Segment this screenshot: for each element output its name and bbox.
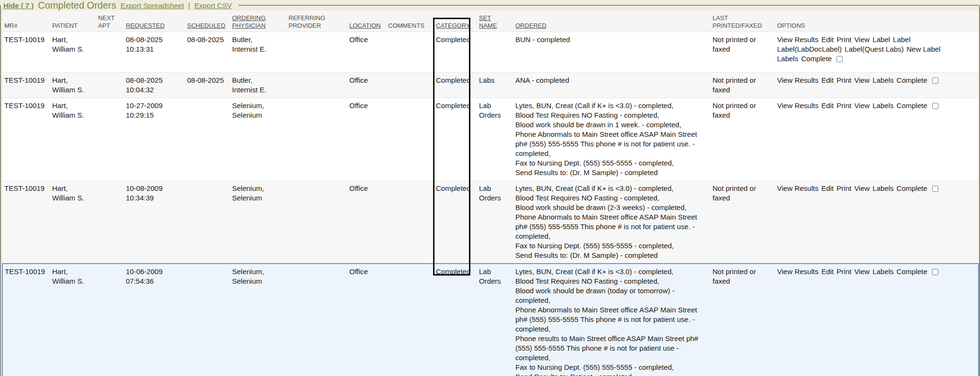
cell-last-printed-faxed: Not printed or faxed: [711, 98, 775, 181]
cell-ordered: BUN - completed: [513, 32, 711, 73]
cell-options: View ResultsEditPrintViewLabelLabelLabel…: [775, 32, 979, 73]
option-print[interactable]: Print: [836, 76, 851, 85]
page-title: Completed Orders: [38, 0, 116, 11]
cell-set-name: Labs: [477, 73, 513, 98]
cell-ordered: ANA - completed: [513, 73, 711, 98]
option-labels[interactable]: Labels: [872, 184, 893, 193]
hide-link[interactable]: Hide ( 7 ): [3, 1, 33, 10]
complete-checkbox[interactable]: [932, 269, 938, 275]
cell-location: Office: [347, 98, 386, 181]
option-labels[interactable]: Labels: [777, 54, 798, 64]
option-complete[interactable]: Complete: [897, 76, 927, 85]
link-separator: |: [188, 1, 190, 10]
cell-patient: Hart, William S.: [50, 32, 96, 73]
cell-comments: [386, 98, 434, 181]
option-complete[interactable]: Complete: [801, 54, 832, 64]
option-labels[interactable]: Labels: [872, 101, 893, 111]
cell-ordering-physician: Butler, Internist E.: [230, 73, 287, 98]
cell-options: View ResultsEditPrintViewLabelsComplete: [775, 264, 979, 376]
option-view-results[interactable]: View Results: [777, 267, 818, 276]
option-label-labdoclabel[interactable]: Label(LabDocLabel): [777, 44, 842, 54]
col-header-location[interactable]: LOCATION: [347, 11, 386, 32]
cell-patient: Hart, William S.: [50, 181, 96, 264]
option-edit[interactable]: Edit: [821, 76, 834, 85]
cell-comments: [386, 32, 434, 73]
option-view-results[interactable]: View Results: [777, 76, 818, 85]
col-header-ordering-physician[interactable]: ORDERING PHYSICIAN: [230, 11, 287, 32]
option-complete[interactable]: Complete: [897, 101, 927, 111]
table-header-row: MR# PATIENT NEXT APT REQUESTED SCHEDULED…: [2, 11, 979, 32]
option-label-quest-labs[interactable]: Label(Quest Labs): [845, 44, 903, 54]
cell-set-name: Lab Orders: [477, 264, 513, 376]
completed-orders-panel: Hide ( 7 ) Completed Orders Export Sprea…: [0, 0, 980, 376]
cell-comments: [386, 264, 434, 376]
option-print[interactable]: Print: [836, 184, 851, 193]
option-complete[interactable]: Complete: [897, 184, 927, 193]
option-labels[interactable]: Labels: [872, 76, 893, 85]
col-header-next-apt: NEXT APT: [96, 11, 124, 32]
option-view-results[interactable]: View Results: [777, 184, 818, 193]
order-row: TEST-10019 Hart, William S. 08-08-2025 1…: [2, 32, 979, 73]
col-header-last-printed-faxed: LAST PRINTED/FAXED: [711, 11, 775, 32]
option-edit[interactable]: Edit: [821, 184, 834, 193]
option-edit[interactable]: Edit: [821, 267, 834, 276]
cell-last-printed-faxed: Not printed or faxed: [711, 264, 775, 376]
complete-checkbox[interactable]: [932, 77, 938, 84]
col-header-scheduled[interactable]: SCHEDULED: [185, 11, 230, 32]
complete-checkbox[interactable]: [836, 56, 843, 62]
option-print[interactable]: Print: [836, 35, 851, 44]
cell-referring-provider: [287, 32, 347, 73]
complete-checkbox[interactable]: [932, 103, 938, 109]
export-csv-link[interactable]: Export CSV: [194, 1, 232, 10]
option-print[interactable]: Print: [836, 267, 851, 276]
col-header-requested[interactable]: REQUESTED: [124, 11, 185, 32]
cell-next-apt: [96, 98, 124, 181]
option-complete[interactable]: Complete: [897, 267, 927, 276]
cell-referring-provider: [287, 98, 347, 181]
cell-last-printed-faxed: Not printed or faxed: [711, 181, 775, 264]
cell-next-apt: [96, 73, 124, 98]
option-labels[interactable]: Labels: [872, 267, 893, 276]
cell-ordering-physician: Selenium, Selenium: [230, 181, 287, 264]
option-view[interactable]: View: [854, 184, 869, 193]
cell-mr: TEST-10019: [2, 181, 50, 264]
complete-checkbox[interactable]: [932, 186, 938, 192]
cell-scheduled: [185, 264, 230, 376]
cell-set-name: [477, 32, 513, 73]
cell-requested: 08-08-2025 10:13:31: [124, 32, 185, 73]
option-view[interactable]: View: [854, 101, 869, 111]
option-view-results[interactable]: View Results: [777, 35, 818, 44]
cell-set-name: Lab Orders: [477, 181, 513, 264]
cell-scheduled: [185, 181, 230, 264]
option-view[interactable]: View: [854, 267, 869, 276]
fieldset-top-border: [238, 5, 979, 6]
export-spreadsheet-link[interactable]: Export Spreadsheet: [121, 1, 184, 10]
cell-patient: Hart, William S.: [50, 73, 96, 98]
option-view-results[interactable]: View Results: [777, 101, 818, 111]
cell-ordering-physician: Butler, Internist E.: [230, 32, 287, 73]
option-new-label[interactable]: New Label: [907, 44, 941, 54]
option-view[interactable]: View: [854, 76, 869, 85]
cell-category: Completed: [434, 32, 477, 73]
cell-options: View ResultsEditPrintViewLabelsComplete: [775, 181, 979, 264]
col-header-category[interactable]: CATEGORY: [434, 11, 477, 32]
cell-options: View ResultsEditPrintViewLabelsComplete: [775, 98, 979, 181]
order-row: TEST-10019 Hart, William S. 08-08-2025 1…: [2, 73, 979, 98]
option-edit[interactable]: Edit: [821, 101, 834, 111]
cell-mr: TEST-10019: [2, 73, 50, 98]
col-header-ordered[interactable]: ORDERED: [513, 11, 711, 32]
option-edit[interactable]: Edit: [821, 35, 834, 44]
completed-orders-table: MR# PATIENT NEXT APT REQUESTED SCHEDULED…: [2, 11, 979, 376]
col-header-set-name[interactable]: SET NAME: [477, 11, 513, 32]
cell-requested: 10-06-2009 07:54:36: [124, 264, 185, 376]
cell-mr: TEST-10019: [2, 264, 50, 376]
cell-patient: Hart, William S.: [50, 98, 96, 181]
order-row: TEST-10019 Hart, William S. 10-27-2009 1…: [2, 98, 979, 181]
option-print[interactable]: Print: [836, 101, 851, 111]
option-label[interactable]: Label: [872, 35, 890, 44]
option-label-2[interactable]: Label: [893, 35, 911, 44]
cell-location: Office: [347, 181, 386, 264]
cell-ordered: Lytes, BUN, Creat (Call if K+ is <3.0) -…: [513, 264, 711, 376]
order-row-selected: TEST-10019 Hart, William S. 10-06-2009 0…: [2, 264, 979, 376]
option-view[interactable]: View: [854, 35, 869, 44]
